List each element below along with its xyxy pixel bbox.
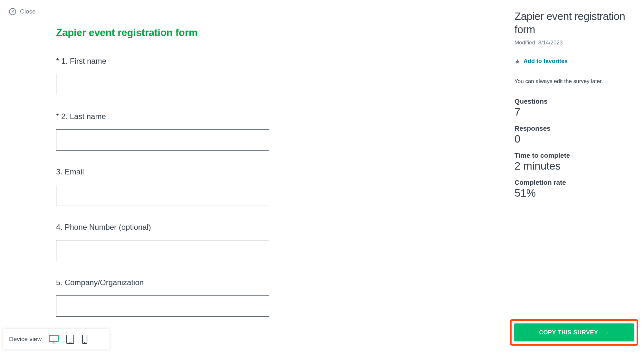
copy-survey-button[interactable]: COPY THIS SURVEY → [514, 323, 634, 341]
stat-completion-label: Completion rate [514, 179, 634, 186]
modified-date: Modified: 8/14/2023 [514, 40, 634, 46]
stat-time-label: Time to complete [514, 152, 634, 159]
stat-time-value: 2 minutes [514, 160, 634, 172]
device-view-bar: Device view [3, 329, 110, 349]
close-icon: ✕ [9, 8, 16, 15]
topbar: ✕ Close [0, 0, 504, 23]
arrow-right-icon: → [602, 329, 609, 336]
copy-survey-label: COPY THIS SURVEY [539, 329, 598, 336]
sidebar-note: You can always edit the survey later. [514, 78, 634, 85]
question-email: 3. Email [56, 167, 504, 206]
company-input[interactable] [56, 295, 269, 317]
question-company: 5. Company/Organization [56, 278, 504, 317]
question-phone: 4. Phone Number (optional) [56, 223, 504, 261]
last-name-input[interactable] [56, 129, 269, 151]
form-title: Zapier event registration form [56, 27, 504, 39]
question-first-name: * 1. First name [56, 57, 504, 95]
question-label: 5. Company/Organization [56, 278, 504, 287]
copy-survey-highlight: COPY THIS SURVEY → [510, 319, 638, 346]
sidebar: Zapier event registration form Modified:… [504, 0, 644, 354]
phone-input[interactable] [56, 240, 269, 261]
question-label: 3. Email [56, 167, 504, 176]
survey-preview: Zapier event registration form * 1. Firs… [0, 23, 504, 354]
question-label: * 2. Last name [56, 112, 504, 121]
phone-icon[interactable] [82, 334, 88, 344]
stat-questions-label: Questions [514, 98, 634, 105]
favorites-label: Add to favorites [524, 58, 568, 65]
question-label: 4. Phone Number (optional) [56, 223, 504, 232]
question-last-name: * 2. Last name [56, 112, 504, 151]
first-name-input[interactable] [56, 74, 269, 95]
desktop-icon[interactable] [49, 334, 59, 344]
stat-responses-value: 0 [514, 133, 634, 145]
tablet-icon[interactable] [66, 334, 74, 344]
stat-responses-label: Responses [514, 125, 634, 132]
sidebar-title: Zapier event registration form [514, 10, 634, 36]
stat-questions-value: 7 [514, 106, 634, 118]
device-view-label: Device view [9, 336, 42, 343]
close-label: Close [20, 8, 36, 15]
star-icon: ★ [514, 58, 520, 65]
svg-rect-0 [49, 335, 58, 341]
email-input[interactable] [56, 185, 269, 206]
add-to-favorites-button[interactable]: ★ Add to favorites [514, 58, 634, 65]
question-label: * 1. First name [56, 57, 504, 66]
stat-completion-value: 51% [514, 187, 634, 199]
close-button[interactable]: ✕ Close [9, 8, 36, 15]
